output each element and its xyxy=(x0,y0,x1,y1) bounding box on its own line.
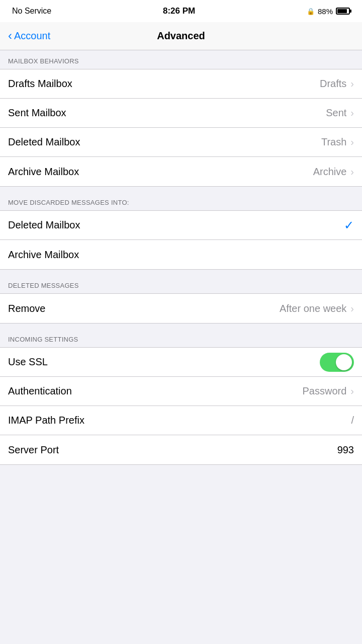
chevron-right-icon: › xyxy=(350,107,354,119)
sent-mailbox-item[interactable]: Sent Mailbox Sent › xyxy=(0,99,362,128)
archive-mailbox-option-item[interactable]: Archive Mailbox xyxy=(0,240,362,269)
section-header-incoming-settings: INCOMING SETTINGS xyxy=(0,329,362,347)
back-chevron-icon: ‹ xyxy=(8,30,12,42)
remove-item[interactable]: Remove After one week › xyxy=(0,294,362,323)
archive-mailbox-value: Archive › xyxy=(313,166,354,178)
battery-icon xyxy=(336,8,350,15)
spacer-3 xyxy=(0,324,362,329)
archive-mailbox-item[interactable]: Archive Mailbox Archive › xyxy=(0,157,362,186)
deleted-mailbox-option-label: Deleted Mailbox xyxy=(8,219,80,231)
authentication-value: Password › xyxy=(303,385,354,397)
navigation-bar: ‹ Account Advanced xyxy=(0,22,362,50)
remove-label: Remove xyxy=(8,303,45,314)
archive-mailbox-option-label: Archive Mailbox xyxy=(8,249,79,261)
server-port-label: Server Port xyxy=(8,444,59,456)
use-ssl-toggle[interactable] xyxy=(320,353,354,372)
carrier-label: No Service xyxy=(12,7,51,16)
spacer-1 xyxy=(0,187,362,192)
mailbox-behaviors-group: Drafts Mailbox Drafts › Sent Mailbox Sen… xyxy=(0,69,362,187)
imap-path-prefix-value[interactable]: / xyxy=(351,415,354,426)
drafts-mailbox-item[interactable]: Drafts Mailbox Drafts › xyxy=(0,69,362,99)
drafts-mailbox-value: Drafts › xyxy=(320,78,354,90)
chevron-right-icon: › xyxy=(350,166,354,178)
server-port-item[interactable]: Server Port 993 xyxy=(0,435,362,464)
remove-value: After one week › xyxy=(280,303,354,314)
deleted-messages-group: Remove After one week › xyxy=(0,293,362,324)
authentication-item[interactable]: Authentication Password › xyxy=(0,377,362,406)
status-bar: No Service 8:26 PM 🔒 88% xyxy=(0,0,362,22)
archive-mailbox-label: Archive Mailbox xyxy=(8,166,79,178)
back-button[interactable]: ‹ Account xyxy=(8,30,50,42)
section-header-mailbox-behaviors: MAILBOX BEHAVIORS xyxy=(0,50,362,69)
back-label: Account xyxy=(14,30,50,42)
deleted-mailbox-value: Trash › xyxy=(321,136,354,148)
use-ssl-label: Use SSL xyxy=(8,356,48,368)
sent-mailbox-value: Sent › xyxy=(326,107,354,119)
chevron-right-icon: › xyxy=(350,136,354,148)
chevron-right-icon: › xyxy=(350,303,354,314)
page-title: Advanced xyxy=(157,30,205,42)
battery-percent-label: 88% xyxy=(318,7,333,16)
use-ssl-item[interactable]: Use SSL xyxy=(0,348,362,377)
sent-mailbox-label: Sent Mailbox xyxy=(8,107,66,119)
spacer-2 xyxy=(0,270,362,275)
chevron-right-icon: › xyxy=(350,78,354,90)
section-header-deleted-messages: DELETED MESSAGES xyxy=(0,275,362,293)
drafts-mailbox-label: Drafts Mailbox xyxy=(8,78,72,90)
section-header-move-discarded: MOVE DISCARDED MESSAGES INTO: xyxy=(0,192,362,210)
checkmark-icon: ✓ xyxy=(344,218,354,232)
deleted-mailbox-label: Deleted Mailbox xyxy=(8,136,80,148)
lock-icon: 🔒 xyxy=(307,8,315,15)
deleted-mailbox-item[interactable]: Deleted Mailbox Trash › xyxy=(0,128,362,157)
deleted-mailbox-option-item[interactable]: Deleted Mailbox ✓ xyxy=(0,211,362,240)
move-discarded-group: Deleted Mailbox ✓ Archive Mailbox xyxy=(0,210,362,270)
chevron-right-icon: › xyxy=(350,385,354,397)
server-port-value[interactable]: 993 xyxy=(337,444,354,456)
toggle-thumb xyxy=(336,354,352,370)
incoming-settings-group: Use SSL Authentication Password › IMAP P… xyxy=(0,347,362,465)
status-bar-right: 🔒 88% xyxy=(307,7,350,16)
imap-path-prefix-label: IMAP Path Prefix xyxy=(8,415,84,426)
time-label: 8:26 PM xyxy=(163,6,195,16)
authentication-label: Authentication xyxy=(8,385,72,397)
imap-path-prefix-item[interactable]: IMAP Path Prefix / xyxy=(0,406,362,435)
